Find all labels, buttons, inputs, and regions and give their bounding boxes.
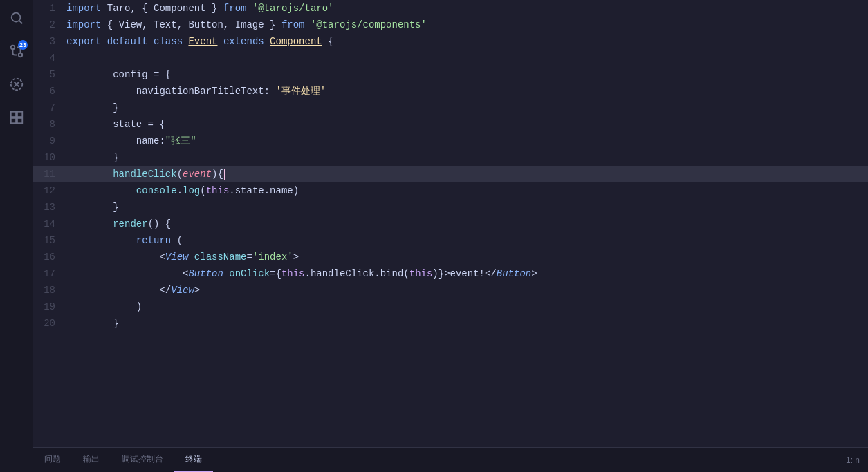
code-token: > — [194, 285, 200, 296]
line-number: 17 — [33, 265, 66, 282]
line-content — [66, 50, 868, 66]
panel-tab-输出[interactable]: 输出 — [72, 448, 111, 472]
code-token: () { — [148, 218, 172, 229]
code-token — [148, 36, 154, 47]
code-token: .handleClick.bind( — [305, 268, 409, 279]
table-row: 10 } — [33, 149, 868, 166]
line-number: 14 — [33, 216, 66, 232]
line-content: console.log(this.state.name) — [66, 182, 868, 199]
code-token: '@tarojs/taro' — [252, 3, 334, 14]
code-token: export — [66, 36, 101, 47]
line-content: render() { — [66, 216, 868, 232]
code-token: return — [136, 235, 171, 246]
code-token: ( — [200, 185, 205, 196]
line-content: return ( — [66, 232, 868, 249]
line-content: import Taro, { Component } from '@tarojs… — [66, 0, 868, 17]
table-row: 8 state = { — [33, 116, 868, 133]
panel-tabs: 问题输出调试控制台终端 — [33, 448, 213, 472]
code-token: this — [281, 268, 305, 279]
editor-area: 1import Taro, { Component } from '@taroj… — [33, 0, 868, 472]
code-token: Button — [188, 268, 223, 279]
code-token — [66, 185, 136, 196]
table-row: 4 — [33, 50, 868, 66]
code-token: name: — [66, 135, 165, 147]
code-token — [304, 19, 310, 30]
table-row: 9 name:"张三" — [33, 133, 868, 149]
table-row: 7 } — [33, 100, 868, 116]
code-token — [66, 235, 136, 246]
code-token: render — [113, 218, 147, 229]
table-row: 13 } — [33, 199, 868, 216]
code-token: this — [409, 268, 433, 279]
panel-tab-调试控制台[interactable]: 调试控制台 — [111, 448, 174, 472]
code-token: ){ — [212, 169, 223, 180]
code-token: import — [66, 19, 101, 30]
code-token: } — [66, 152, 119, 163]
table-row: 15 return ( — [33, 232, 868, 249]
panel-tab-问题[interactable]: 问题 — [33, 448, 72, 472]
svg-rect-7 — [11, 112, 16, 117]
line-number: 16 — [33, 249, 66, 265]
activity-bar: 23 — [0, 0, 33, 472]
extensions-icon[interactable] — [4, 105, 29, 130]
line-number: 9 — [33, 133, 66, 149]
code-token: View — [171, 285, 194, 296]
code-token — [246, 3, 252, 14]
code-token: from — [281, 19, 305, 30]
line-content: <View className='index'> — [66, 249, 868, 265]
svg-rect-10 — [17, 118, 22, 123]
table-row: 16 <View className='index'> — [33, 249, 868, 265]
code-token: < — [66, 252, 165, 263]
panel-tab-终端[interactable]: 终端 — [174, 448, 213, 472]
line-content: name:"张三" — [66, 133, 868, 149]
code-token: Component — [270, 36, 322, 47]
code-token: ={ — [270, 268, 281, 279]
table-row: 18 </View> — [33, 282, 868, 299]
bottom-panel: 问题输出调试控制台终端 1: n — [33, 447, 868, 472]
line-content: } — [66, 315, 868, 332]
svg-line-1 — [19, 21, 22, 23]
table-row: 6 navigationBarTitleText: '事件处理' — [33, 83, 868, 100]
code-token: ( — [171, 235, 183, 246]
line-number: 4 — [33, 50, 66, 66]
code-token: } — [66, 102, 119, 113]
debug-icon[interactable] — [4, 72, 29, 97]
svg-rect-9 — [11, 118, 16, 123]
table-row: 1import Taro, { Component } from '@taroj… — [33, 0, 868, 17]
code-token: </ — [66, 285, 171, 296]
code-token: onClick — [229, 268, 270, 279]
code-token: ( — [177, 169, 183, 180]
code-token: )} — [432, 268, 444, 279]
code-token — [66, 218, 113, 229]
code-token: >event!</ — [444, 268, 497, 279]
code-token: from — [223, 3, 247, 14]
code-token — [101, 36, 107, 47]
code-token: class — [154, 36, 183, 47]
status-right: 1: n — [846, 455, 868, 465]
table-row: 5 config = { — [33, 66, 868, 83]
code-token: View — [165, 252, 189, 263]
code-token — [66, 169, 113, 180]
code-token: } — [66, 202, 119, 213]
source-control-icon[interactable]: 23 — [4, 39, 29, 64]
code-token: } — [66, 318, 119, 329]
code-token — [264, 36, 270, 47]
code-token: default — [107, 36, 148, 47]
code-token: navigationBarTitleText: — [66, 86, 275, 97]
code-token: > — [531, 268, 537, 279]
code-container[interactable]: 1import Taro, { Component } from '@taroj… — [33, 0, 868, 447]
line-number: 10 — [33, 149, 66, 166]
code-token: console — [136, 185, 177, 196]
search-icon[interactable] — [4, 6, 29, 30]
line-number: 1 — [33, 0, 66, 17]
line-number: 13 — [33, 199, 66, 216]
line-content: } — [66, 199, 868, 216]
line-content: ) — [66, 299, 868, 315]
code-token: Event — [188, 36, 217, 47]
line-number: 6 — [33, 83, 66, 100]
line-content: } — [66, 149, 868, 166]
table-row: 14 render() { — [33, 216, 868, 232]
svg-point-0 — [12, 13, 21, 22]
line-number: 8 — [33, 116, 66, 133]
text-cursor — [224, 169, 225, 180]
